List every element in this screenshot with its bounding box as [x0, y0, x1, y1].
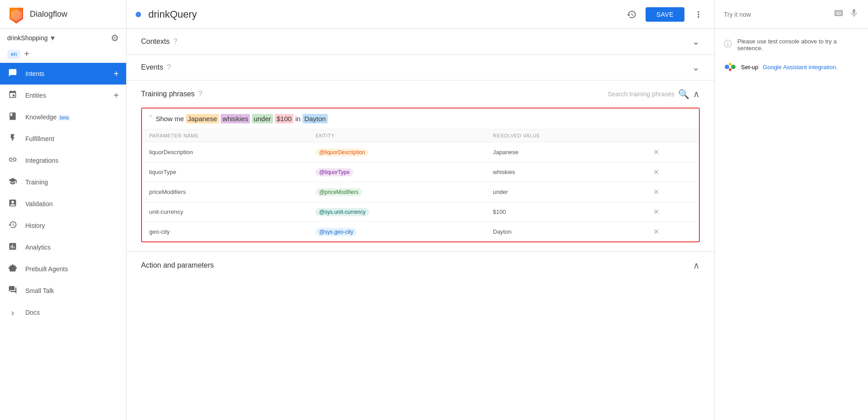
entity-tag[interactable]: @sys.geo-city: [316, 228, 357, 236]
fulfillment-icon: [7, 133, 18, 145]
try-it-now-input[interactable]: [724, 11, 828, 18]
phrase-part-japanese[interactable]: Japanese: [186, 114, 219, 123]
action-section: Action and parameters ∧: [127, 252, 714, 279]
project-row: drinkShopping ▾ ⚙: [0, 29, 126, 47]
add-entity-icon[interactable]: +: [113, 90, 119, 101]
collapse-icon[interactable]: ∧: [693, 89, 700, 99]
intent-status-dot: [136, 12, 141, 17]
events-section: Events ? ⌄: [127, 55, 714, 80]
sidebar-item-prebuilt[interactable]: Prebuilt Agents: [0, 258, 126, 280]
phrase-box: " Show me Japanese whiskies under $100 i…: [141, 108, 700, 242]
analytics-label: Analytics: [25, 244, 119, 251]
sidebar-item-history[interactable]: History: [0, 215, 126, 236]
history-topbar-icon[interactable]: [625, 8, 638, 21]
svg-point-6: [729, 68, 731, 71]
intents-label: Intents: [25, 70, 106, 77]
contexts-help-icon[interactable]: ?: [173, 38, 177, 46]
history-label: History: [25, 222, 119, 229]
sidebar-item-knowledge[interactable]: Knowledgebeta: [0, 106, 126, 128]
events-chevron-icon: ⌄: [692, 62, 700, 73]
phrase-part-city[interactable]: Dayton: [302, 114, 328, 123]
entity-tag[interactable]: @liquorType: [316, 168, 354, 176]
training-phrases-help-icon[interactable]: ?: [198, 90, 203, 98]
remove-param-icon[interactable]: ✕: [653, 168, 659, 176]
info-text: Please use test console above to try a s…: [737, 38, 859, 52]
language-badge[interactable]: en: [7, 50, 20, 59]
contexts-header[interactable]: Contexts ? ⌄: [141, 29, 700, 54]
integrations-label: Integrations: [25, 157, 119, 164]
gear-icon[interactable]: ⚙: [111, 33, 119, 43]
sidebar-item-docs[interactable]: › Docs: [0, 302, 126, 323]
contexts-chevron-icon: ⌄: [692, 36, 700, 47]
table-row: liquorType @liquorType whiskies ✕: [142, 162, 699, 182]
events-header[interactable]: Events ? ⌄: [141, 55, 700, 80]
sidebar-item-smalltalk[interactable]: Small Talk: [0, 280, 126, 302]
entity-cell: @priceModifiers: [308, 182, 486, 202]
save-button[interactable]: SAVE: [646, 7, 684, 22]
phrase-part-amount[interactable]: $100: [275, 114, 293, 123]
sidebar-header: Dialogflow: [0, 0, 126, 29]
events-help-icon[interactable]: ?: [167, 63, 171, 71]
action-header[interactable]: Action and parameters ∧: [141, 252, 700, 279]
table-row: priceModifiers @priceModifiers under ✕: [142, 182, 699, 202]
sidebar-item-training[interactable]: Training: [0, 171, 126, 193]
params-table: PARAMETER NAME ENTITY RESOLVED VALUE liq…: [142, 129, 699, 241]
phrase-part-whiskies[interactable]: whiskies: [221, 114, 250, 123]
docs-label: Docs: [25, 309, 119, 316]
sidebar-item-analytics[interactable]: Analytics: [0, 236, 126, 258]
training-phrases-section: Training phrases ? Search training phras…: [127, 80, 714, 252]
assistant-row: Set-up Google Assistant integration.: [724, 61, 859, 73]
add-language-icon[interactable]: +: [24, 49, 29, 59]
google-assistant-logo: [724, 61, 736, 73]
remove-param-icon[interactable]: ✕: [653, 148, 659, 156]
svg-point-3: [731, 65, 736, 69]
sidebar-item-integrations[interactable]: Integrations: [0, 150, 126, 171]
search-area: Search training phrases 🔍 ∧: [608, 89, 700, 99]
remove-param-icon[interactable]: ✕: [653, 188, 659, 196]
action-chevron-icon: ∧: [693, 260, 700, 271]
entity-tag[interactable]: @liquorDescription: [316, 148, 369, 156]
training-icon: [7, 177, 18, 188]
remove-param-icon[interactable]: ✕: [653, 208, 659, 216]
resolved-value: $100: [486, 202, 646, 222]
table-row: liquorDescription @liquorDescription Jap…: [142, 142, 699, 162]
keyboard-icon[interactable]: [834, 8, 844, 20]
project-name[interactable]: drinkShopping ▾: [7, 33, 55, 43]
resolved-value: under: [486, 182, 646, 202]
integrations-icon: [7, 155, 18, 166]
resolved-value: Dayton: [486, 222, 646, 242]
more-options-icon[interactable]: [692, 8, 705, 21]
entity-cell: @liquorType: [308, 162, 486, 182]
search-icon[interactable]: 🔍: [678, 89, 689, 99]
assistant-integration-link[interactable]: Google Assistant integration.: [763, 64, 838, 71]
sidebar-item-fulfillment[interactable]: Fulfillment: [0, 128, 126, 150]
smalltalk-label: Small Talk: [25, 287, 119, 294]
sidebar-item-intents[interactable]: Intents +: [0, 63, 126, 85]
sidebar-item-entities[interactable]: Entities +: [0, 85, 126, 106]
entity-cell: @liquorDescription: [308, 142, 486, 162]
entity-tag[interactable]: @sys.unit-currency: [316, 208, 369, 216]
phrase-part-under[interactable]: under: [252, 114, 273, 123]
contexts-section: Contexts ? ⌄: [127, 29, 714, 55]
right-panel: ⓘ Please use test console above to try a…: [714, 0, 868, 420]
microphone-icon[interactable]: [849, 8, 859, 20]
validation-label: Validation: [25, 200, 119, 208]
info-icon: ⓘ: [724, 38, 732, 49]
sidebar-item-validation[interactable]: Validation: [0, 193, 126, 215]
analytics-icon: [7, 242, 18, 253]
param-name: liquorType: [142, 162, 308, 182]
param-name: priceModifiers: [142, 182, 308, 202]
dialogflow-logo: [7, 5, 25, 24]
sidebar: Dialogflow drinkShopping ▾ ⚙ en + Intent…: [0, 0, 127, 420]
col-header-param: PARAMETER NAME: [142, 129, 308, 142]
resolved-value: Japanese: [486, 142, 646, 162]
try-content: ⓘ Please use test console above to try a…: [715, 29, 868, 82]
entities-icon: [7, 90, 18, 101]
entity-tag[interactable]: @priceModifiers: [316, 188, 362, 196]
knowledge-label: Knowledgebeta: [25, 113, 119, 121]
remove-param-icon[interactable]: ✕: [653, 228, 659, 236]
phrase-text[interactable]: Show me Japanese whiskies under $100 in …: [156, 115, 327, 123]
intents-icon: [7, 68, 18, 80]
add-intent-icon[interactable]: +: [113, 69, 119, 79]
smalltalk-icon: [7, 285, 18, 297]
